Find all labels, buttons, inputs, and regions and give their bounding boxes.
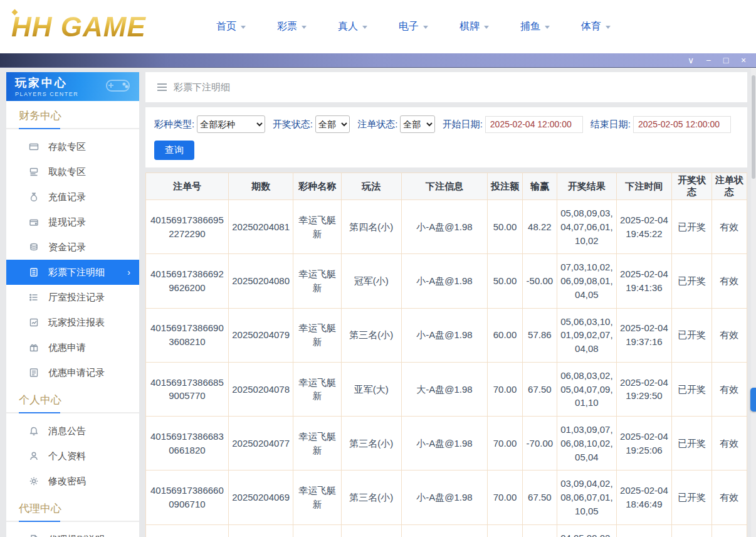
sidebar-item-label: 优惠申请记录 (48, 367, 105, 379)
chevron-down-icon (241, 26, 246, 29)
nav-label: 彩票 (277, 20, 297, 33)
sidebar-item-promo-apply[interactable]: 优惠申请 (6, 335, 139, 360)
nav-item-cards[interactable]: 棋牌 (459, 20, 520, 33)
lottery-type-select[interactable]: 全部彩种 (197, 115, 265, 133)
sidebar-item-lottery-bet-detail[interactable]: 彩票下注明细 › (6, 260, 139, 285)
cell-bet-time: 2025-02-04 19:29:50 (616, 362, 672, 416)
start-date-input[interactable] (485, 116, 583, 133)
chevron-down-icon (302, 26, 307, 29)
cell-bet-info: 小-A盘@1.98 (401, 254, 488, 308)
cell-order-status: 有效 (711, 471, 747, 524)
cell-bet-amount: 60.00 (488, 308, 522, 362)
cell-play-type: 第四名(大) (341, 524, 401, 537)
table-row: 40156917386695227229020250204081幸运飞艇新第四名… (146, 200, 747, 254)
cell-bet-info: 大-A盘@1.98 (401, 524, 488, 537)
floating-service-widget[interactable] (750, 388, 756, 412)
sidebar-item-label: 个人资料 (48, 450, 86, 462)
chevron-down-icon (362, 26, 367, 29)
chevron-down-icon (545, 26, 550, 29)
scrollbar-thumb[interactable] (752, 75, 755, 179)
menu-icon[interactable] (157, 83, 167, 92)
sidebar-item-funds-record[interactable]: 资金记录 (6, 235, 139, 260)
table-row: 40156917386685900577020250204078幸运飞艇新亚军(… (146, 362, 747, 416)
sidebar-item-deposit[interactable]: 存款专区 (6, 134, 139, 159)
cell-lottery-name: 幸运飞艇新 (293, 308, 341, 362)
nav-item-sports[interactable]: 体育 (581, 20, 642, 33)
sidebar-item-withdraw[interactable]: 取款专区 (6, 159, 139, 184)
minimize-icon[interactable]: − (700, 53, 717, 67)
deposit-card-icon (29, 142, 39, 152)
wallet-icon (29, 217, 39, 227)
page-title: 彩票下注明细 (174, 82, 230, 93)
bets-table-card: 注单号期数彩种名称玩法下注信息投注额输赢开奖结果下注时间开奖状态注单状态 401… (145, 173, 747, 537)
cell-order-status: 有效 (711, 362, 747, 416)
sidebar-item-agent-rules[interactable]: 代理规则说明 (6, 527, 139, 537)
collapse-icon[interactable]: ∨ (682, 53, 700, 67)
sidebar-item-recharge-record[interactable]: 充值记录 (6, 184, 139, 210)
column-header: 开奖状态 (672, 173, 711, 200)
sidebar-item-change-password[interactable]: 修改密码 (6, 469, 139, 494)
close-icon[interactable]: × (735, 53, 752, 67)
cell-bet-info: 小-A盘@1.98 (401, 417, 488, 471)
bullet-list-icon (29, 292, 39, 302)
sidebar-item-hall-bet-record[interactable]: 厅室投注记录 (6, 285, 139, 310)
cell-order-id: 401569173866952272290 (146, 200, 229, 254)
end-date-input[interactable] (633, 116, 731, 133)
money-bag-icon (29, 192, 39, 202)
sidebar-item-label: 充值记录 (48, 191, 86, 203)
search-button[interactable]: 查询 (154, 141, 194, 160)
sidebar-item-profile[interactable]: 个人资料 (6, 444, 139, 469)
nav-item-fishing[interactable]: 捕鱼 (520, 20, 581, 33)
cell-bet-amount: 70.00 (488, 362, 522, 416)
sidebar-item-player-bet-report[interactable]: 玩家投注报表 (6, 310, 139, 335)
nav-item-lottery[interactable]: 彩票 (277, 20, 338, 33)
cell-bet-time: 2025-02-04 19:37:16 (616, 308, 672, 362)
cell-bet-amount: 70.00 (488, 417, 522, 471)
nav-item-home[interactable]: 首页 (216, 20, 277, 33)
cell-win-loss: -50.00 (522, 254, 557, 308)
sidebar-item-label: 取款专区 (48, 166, 86, 178)
sidebar-item-promo-apply-record[interactable]: 优惠申请记录 (6, 360, 139, 385)
cell-period: 20250204079 (228, 308, 293, 362)
maximize-icon[interactable]: □ (717, 53, 735, 67)
document-icon (29, 534, 39, 537)
cell-bet-amount: 50.00 (488, 254, 522, 308)
cell-draw-result: 03,09,04,02,08,06,07,01,10,05 (557, 471, 617, 524)
sidebar-item-cashout-record[interactable]: 提现记录 (6, 210, 139, 235)
cell-bet-time: 2025-02-04 18:42:25 (616, 524, 672, 537)
nav-label: 体育 (581, 20, 601, 33)
cell-order-id: 401569173866859005770 (146, 362, 229, 416)
order-status-select[interactable]: 全部 (400, 115, 434, 133)
nav-item-slots[interactable]: 电子 (399, 20, 459, 33)
breadcrumb: 彩票下注明细 (145, 72, 747, 102)
cell-lottery-name: 幸运飞艇新 (293, 524, 341, 537)
cell-order-status: 有效 (711, 524, 747, 537)
sidebar: 玩家中心 PLAYERS CENTER 财务中心 存款专区 取款专区 充值记录 … (6, 72, 139, 537)
sidebar-item-label: 玩家投注报表 (48, 317, 105, 329)
chevron-right-icon: › (127, 267, 130, 277)
nav-label: 棋牌 (459, 20, 480, 33)
main-content: 彩票下注明细 彩种类型: 全部彩种 开奖状态: 全部 注单状态: 全部 开始日期… (145, 72, 747, 537)
gamepad-icon (102, 75, 134, 95)
sidebar-item-label: 彩票下注明细 (48, 267, 105, 279)
cell-order-id: 401569173866574561830 (146, 524, 229, 537)
top-nav: 首页 彩票 真人 电子 棋牌 捕鱼 体育 (216, 20, 642, 33)
cell-lottery-name: 幸运飞艇新 (293, 417, 341, 471)
gear-icon (29, 476, 39, 486)
cell-bet-info: 小-A盘@1.98 (401, 471, 488, 524)
sidebar-item-label: 消息公告 (48, 425, 86, 437)
cell-order-status: 有效 (711, 308, 747, 362)
cell-order-status: 有效 (711, 254, 747, 308)
draw-status-select[interactable]: 全部 (315, 115, 350, 133)
withdraw-icon (29, 167, 39, 177)
sidebar-item-label: 存款专区 (48, 141, 86, 153)
cell-period: 20250204078 (228, 362, 293, 416)
cell-order-id: 401569173866830661820 (146, 417, 229, 471)
cell-bet-info: 大-A盘@1.98 (401, 362, 488, 416)
nav-item-live[interactable]: 真人 (338, 20, 399, 33)
sidebar-item-label: 代理规则说明 (48, 534, 105, 537)
cell-order-id: 401569173866929626200 (146, 254, 229, 308)
sidebar-item-announcements[interactable]: 消息公告 (6, 418, 139, 444)
chevron-down-icon (484, 26, 489, 29)
nav-label: 捕鱼 (520, 20, 540, 33)
